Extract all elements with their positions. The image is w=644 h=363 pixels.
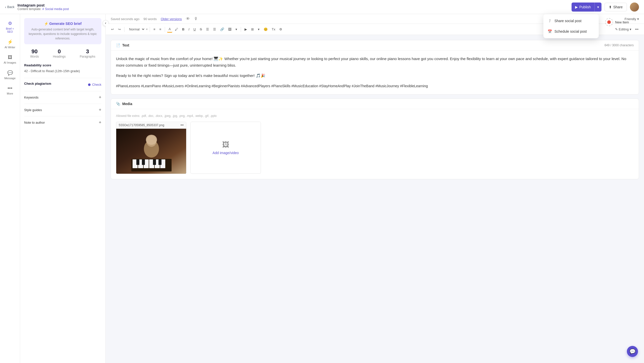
- schedule-social-item[interactable]: 📅 Schedule social post: [543, 26, 599, 37]
- media-filename-row: 5S5Oe1717059585_8505337.png •••: [116, 122, 186, 129]
- table-button[interactable]: ⊞: [250, 26, 255, 32]
- publish-main: ▶ Publish: [572, 3, 594, 11]
- link-button[interactable]: 🔗: [219, 26, 226, 32]
- redo-button[interactable]: ↪: [116, 26, 122, 32]
- numbered-list-button[interactable]: ☰: [212, 26, 218, 32]
- readability-label: Readability score: [24, 63, 101, 67]
- media-hint: Allowed file extns: .pdf, .doc, .docx, .…: [116, 114, 634, 118]
- hashtags[interactable]: #PianoLessons #LearnPiano #MusicLovers #…: [116, 83, 634, 89]
- plagiarism-check-button[interactable]: Check: [88, 83, 101, 86]
- toolbar-more-button[interactable]: •••: [633, 26, 640, 32]
- main-content: ⚙ Brief + SEO ⚡ AI Writer 🖼 AI Images 💬 …: [0, 14, 644, 363]
- text-label: Text: [122, 43, 129, 47]
- format-clear-button[interactable]: Tx: [270, 26, 277, 32]
- strikethrough-button[interactable]: S: [198, 26, 204, 32]
- page-info: Instagram post Content template: # Socia…: [18, 3, 69, 11]
- sidebar-item-ai-images-label: AI Images: [4, 61, 16, 64]
- publish-button[interactable]: ▶ Publish ▾: [572, 3, 601, 12]
- new-item-label: New Item: [615, 20, 629, 24]
- brief-seo-icon: ⚙: [8, 21, 12, 26]
- stat-paragraphs: 3 Paragraphs: [80, 48, 95, 58]
- mic-icon[interactable]: 🎙: [194, 17, 198, 21]
- eye-icon[interactable]: 👁: [186, 17, 190, 21]
- generate-brief-button[interactable]: ⚡ Generate SEO brief Auto-generated cont…: [24, 18, 101, 44]
- new-item-area: New Item: [605, 18, 629, 26]
- share-social-icon: ⤴: [547, 19, 552, 23]
- sidebar-item-ai-writer[interactable]: ⚡ AI Writer: [1, 37, 19, 51]
- emoji-button[interactable]: 😊: [262, 26, 269, 32]
- message-icon: 💬: [7, 70, 13, 76]
- paragraph-1[interactable]: Unlock the magic of music from the comfo…: [116, 56, 634, 68]
- sidebar-item-ai-images[interactable]: 🖼 AI Images: [1, 52, 19, 67]
- paragraphs-label: Paragraphs: [80, 55, 95, 58]
- page-title: Instagram post: [18, 3, 69, 7]
- note-to-author-section[interactable]: Note to author +: [24, 116, 101, 129]
- align-left-button[interactable]: ≡: [152, 26, 157, 32]
- editing-label: Editing: [619, 27, 629, 31]
- editing-button[interactable]: ✎ Editing ▾: [615, 27, 632, 31]
- italic-button[interactable]: I: [187, 26, 191, 32]
- editing-chevron: ▾: [630, 27, 631, 31]
- paragraph-2[interactable]: Ready to hit the right notes? Sign up to…: [116, 72, 634, 79]
- format-select[interactable]: Normal: [127, 26, 145, 32]
- text-card-body[interactable]: Unlock the magic of music from the comfo…: [111, 51, 639, 94]
- chat-icon: 💬: [629, 348, 636, 354]
- generate-brief-desc: Auto-generated content brief with target…: [28, 27, 97, 41]
- char-count: 649 / 3000 characters: [605, 43, 634, 47]
- media-options-icon[interactable]: •••: [180, 123, 184, 127]
- headings-value: 0: [53, 48, 66, 55]
- svg-point-15: [146, 135, 157, 145]
- calendar-icon: 📅: [547, 29, 552, 34]
- stat-words: 90 Words: [30, 48, 39, 58]
- left-panel: ⚡ Generate SEO brief Auto-generated cont…: [20, 14, 106, 363]
- chat-bubble-button[interactable]: 💬: [627, 346, 638, 357]
- underline-button[interactable]: U: [192, 26, 197, 32]
- text-card-header: 📄 Text 649 / 3000 characters: [111, 40, 639, 51]
- image-button[interactable]: 🖼: [227, 26, 233, 32]
- text-card: 📄 Text 649 / 3000 characters Unlock the …: [111, 40, 639, 95]
- back-button[interactable]: ‹ Back: [5, 5, 15, 9]
- add-media-button[interactable]: 🖼 Add image/video: [190, 122, 261, 174]
- share-social-label: Share social post: [554, 19, 581, 23]
- style-guides-section[interactable]: Style guides +: [24, 104, 101, 116]
- piano-image: [116, 129, 186, 174]
- saved-status: Saved seconds ago: [111, 17, 139, 21]
- sidebar-item-more[interactable]: ••• More: [1, 83, 19, 98]
- media-card-title: 📎 Media: [116, 102, 132, 106]
- share-social-item[interactable]: ⤴ Share social post: [543, 16, 599, 26]
- text-color-button[interactable]: A: [167, 26, 172, 33]
- media-item-1: 5S5Oe1717059585_8505337.png •••: [116, 122, 186, 174]
- header-right: ▶ Publish ▾ ⬆ Share: [572, 3, 639, 12]
- svg-rect-10: [142, 159, 145, 165]
- left-sidebar: ⚙ Brief + SEO ⚡ AI Writer 🖼 AI Images 💬 …: [0, 14, 20, 363]
- post-text[interactable]: Unlock the magic of music from the comfo…: [116, 56, 634, 89]
- schedule-social-label: Schedule social post: [554, 29, 587, 33]
- back-chevron-icon: ‹: [5, 5, 6, 9]
- tone-chevron-icon: ▾: [637, 17, 639, 21]
- publish-dropdown-arrow[interactable]: ▾: [595, 3, 601, 11]
- more-formats-btn[interactable]: ▾: [234, 26, 239, 32]
- undo-button[interactable]: ↩: [110, 26, 115, 32]
- bold-button[interactable]: B: [181, 26, 186, 32]
- table-expand-btn[interactable]: ▾: [256, 26, 261, 32]
- style-guides-expand-icon: +: [99, 107, 101, 113]
- share-button[interactable]: ⬆ Share: [605, 3, 627, 11]
- headings-label: Headings: [53, 55, 66, 58]
- editor-content: 📄 Text 649 / 3000 characters Unlock the …: [106, 35, 644, 188]
- sidebar-item-brief-seo[interactable]: ⚙ Brief + SEO: [1, 18, 19, 36]
- toolbar-sep-4: [241, 27, 241, 32]
- keywords-label: Keywords: [24, 96, 38, 99]
- style-guides-label: Style guides: [24, 108, 42, 112]
- highlight-button[interactable]: 🖊: [173, 26, 180, 32]
- older-versions-link[interactable]: Older versions: [161, 17, 182, 21]
- keywords-section[interactable]: Keywords +: [24, 91, 101, 104]
- media-card-header: 📎 Media: [111, 99, 639, 109]
- sidebar-item-message[interactable]: 💬 Message: [1, 68, 19, 82]
- settings-button[interactable]: ⚙: [278, 26, 284, 32]
- avatar[interactable]: [630, 3, 639, 12]
- bullet-list-button[interactable]: ☰: [205, 26, 211, 32]
- play-button[interactable]: ▶: [243, 26, 249, 32]
- align-right-button[interactable]: ≡: [158, 26, 163, 32]
- note-to-author-label: Note to author: [24, 121, 45, 124]
- svg-rect-12: [158, 159, 162, 165]
